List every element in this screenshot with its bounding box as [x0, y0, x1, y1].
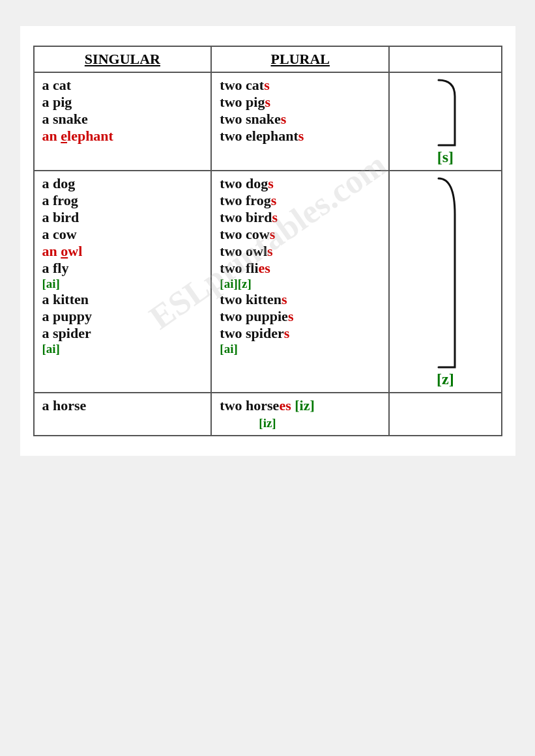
plural-cell: two catstwo pigstwo snakestwo elephants	[211, 72, 389, 171]
table-row: a doga froga birda cowan owla fly[ai]a k…	[34, 171, 502, 393]
plural-cell: two dogstwo frogstwo birdstwo cowstwo ow…	[211, 171, 389, 393]
bracket-cell	[389, 393, 501, 436]
table-row: a horsetwo horsees [iz][iz]	[34, 393, 502, 436]
bracket-cell: [s]	[389, 72, 501, 171]
table-row: a cata piga snakean elephanttwo catstwo …	[34, 72, 502, 171]
bracket-cell: [z]	[389, 171, 501, 393]
plural-cell: two horsees [iz][iz]	[211, 393, 389, 436]
header-bracket	[389, 46, 501, 72]
singular-cell: a cata piga snakean elephant	[34, 72, 212, 171]
main-table: SINGULAR PLURAL a cata piga snakean elep…	[33, 46, 502, 436]
header-plural: PLURAL	[211, 46, 389, 72]
singular-cell: a doga froga birda cowan owla fly[ai]a k…	[34, 171, 212, 393]
header-singular: SINGULAR	[34, 46, 212, 72]
singular-cell: a horse	[34, 393, 212, 436]
page: ESLprintables.com SINGULAR PLURAL a cata…	[20, 26, 515, 456]
